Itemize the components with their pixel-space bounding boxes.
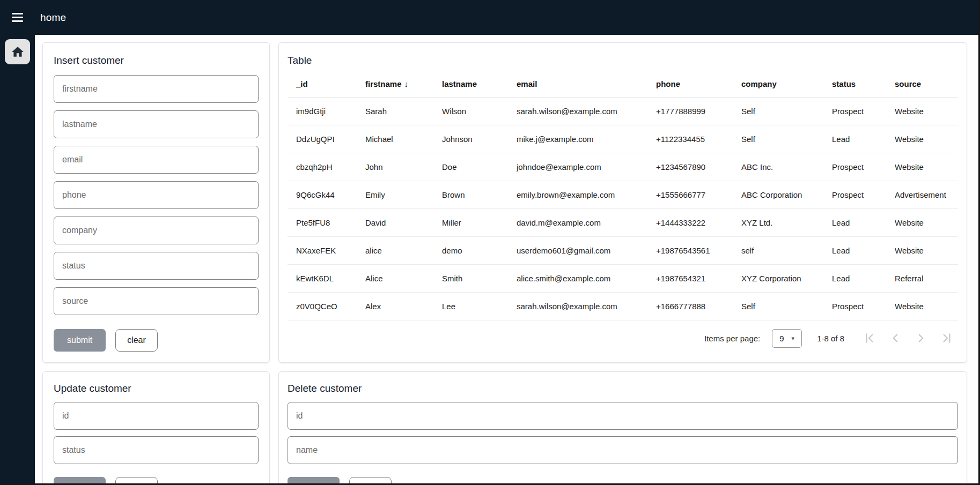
- update-customer-card: Update customer submit clear: [42, 371, 270, 485]
- cell-id: z0V0QCeO: [288, 293, 365, 320]
- cell-lastname: Smith: [442, 265, 517, 293]
- cell-source: Advertisement: [895, 181, 958, 209]
- sidebar: [0, 35, 35, 485]
- table-row: DdzUgQPI Michael Johnson mike.j@example.…: [288, 125, 958, 153]
- cell-firstname: Sarah: [365, 98, 442, 125]
- cell-email: emily.brown@example.com: [517, 181, 656, 209]
- cell-company: XYZ Corporation: [741, 265, 832, 293]
- cell-lastname: Wilson: [442, 98, 517, 125]
- cell-email: sarah.wilson@example.com: [517, 293, 656, 320]
- insert-customer-card: Insert customer submit clear: [42, 42, 270, 363]
- first-page-icon: [863, 331, 876, 345]
- cell-status: Prospect: [832, 293, 895, 320]
- insert-submit-button[interactable]: submit: [54, 329, 106, 352]
- topbar: home: [0, 0, 980, 35]
- table-card: Table _id firstname↓ lastname email: [278, 42, 967, 363]
- table-row: cbzqh2pH John Doe johndoe@example.com +1…: [288, 153, 958, 181]
- cell-phone: +1666777888: [656, 293, 741, 320]
- delete-customer-card: Delete customer submit clear: [278, 371, 967, 485]
- cell-phone: +1987654321: [656, 265, 741, 293]
- last-page-button[interactable]: [935, 327, 958, 349]
- column-header-id[interactable]: _id: [288, 71, 365, 98]
- column-header-lastname[interactable]: lastname: [442, 71, 517, 98]
- table-card-title: Table: [288, 50, 958, 68]
- sort-descending-icon: ↓: [404, 79, 409, 88]
- phone-input[interactable]: [54, 181, 259, 209]
- source-input[interactable]: [54, 287, 259, 315]
- lastname-input[interactable]: [54, 110, 259, 138]
- insert-clear-button[interactable]: clear: [115, 329, 158, 352]
- table-row: z0V0QCeO Alex Lee sarah.wilson@example.c…: [288, 293, 958, 320]
- cell-id: NXaxeFEK: [288, 237, 365, 265]
- column-header-status[interactable]: status: [832, 71, 895, 98]
- cell-company: self: [741, 237, 832, 265]
- column-header-firstname[interactable]: firstname↓: [365, 71, 442, 98]
- cell-id: DdzUgQPI: [288, 125, 365, 153]
- cell-company: Self: [741, 98, 832, 125]
- table-row: Pte5fFU8 David Miller david.m@example.co…: [288, 209, 958, 237]
- cell-company: ABC Corporation: [741, 181, 832, 209]
- cell-phone: +19876543561: [656, 237, 741, 265]
- cell-email: sarah.wilson@example.com: [517, 98, 656, 125]
- chevron-right-icon: [914, 331, 928, 345]
- cell-lastname: Brown: [442, 181, 517, 209]
- cell-id: kEwtK6DL: [288, 265, 365, 293]
- cell-source: Website: [895, 125, 958, 153]
- main-content: Insert customer submit clear Table: [35, 35, 980, 485]
- column-header-firstname-label: firstname: [365, 79, 402, 88]
- cell-phone: +1555666777: [656, 181, 741, 209]
- cell-firstname: John: [365, 153, 442, 181]
- page-title: home: [40, 12, 66, 24]
- page-size-select[interactable]: 9 ▾: [772, 329, 802, 348]
- firstname-input[interactable]: [54, 75, 259, 103]
- cell-lastname: Lee: [442, 293, 517, 320]
- first-page-button[interactable]: [858, 327, 881, 349]
- cell-source: Website: [895, 293, 958, 320]
- last-page-icon: [940, 331, 954, 345]
- column-header-source[interactable]: source: [895, 71, 958, 98]
- cell-lastname: demo: [442, 237, 517, 265]
- cell-email: david.m@example.com: [517, 209, 656, 237]
- chevron-down-icon: ▾: [792, 335, 795, 342]
- cell-company: Self: [741, 125, 832, 153]
- chevron-left-icon: [888, 331, 902, 345]
- column-header-phone[interactable]: phone: [656, 71, 741, 98]
- cell-firstname: Michael: [365, 125, 442, 153]
- cell-email: johndoe@example.com: [517, 153, 656, 181]
- table-row: NXaxeFEK alice demo userdemo601@gmail.co…: [288, 237, 958, 265]
- cell-source: Website: [895, 209, 958, 237]
- sidebar-item-home[interactable]: [5, 39, 30, 64]
- cell-source: Website: [895, 98, 958, 125]
- cell-status: Lead: [832, 209, 895, 237]
- status-input[interactable]: [54, 252, 259, 280]
- cell-firstname: Alex: [365, 293, 442, 320]
- cell-id: Pte5fFU8: [288, 209, 365, 237]
- company-input[interactable]: [54, 217, 259, 244]
- cell-lastname: Miller: [442, 209, 517, 237]
- cell-lastname: Doe: [442, 153, 517, 181]
- menu-button[interactable]: [0, 0, 34, 35]
- delete-name-input[interactable]: [288, 436, 958, 464]
- cell-company: XYZ Ltd.: [741, 209, 832, 237]
- table-row: im9dGtji Sarah Wilson sarah.wilson@examp…: [288, 98, 958, 125]
- previous-page-button[interactable]: [884, 327, 907, 349]
- page-size-value: 9: [779, 334, 784, 343]
- update-card-title: Update customer: [54, 379, 259, 396]
- next-page-button[interactable]: [910, 327, 932, 349]
- update-status-input[interactable]: [54, 436, 259, 464]
- update-id-input[interactable]: [54, 402, 259, 430]
- cell-status: Prospect: [832, 98, 895, 125]
- paginator: Items per page: 9 ▾ 1-8 of 8: [288, 327, 958, 349]
- home-icon: [11, 45, 25, 59]
- cell-status: Prospect: [832, 153, 895, 181]
- table-row: 9Q6cGk44 Emily Brown emily.brown@example…: [288, 181, 958, 209]
- cell-email: alice.smith@example.com: [517, 265, 656, 293]
- cell-status: Lead: [832, 125, 895, 153]
- delete-id-input[interactable]: [288, 402, 958, 430]
- column-header-email[interactable]: email: [517, 71, 656, 98]
- column-header-company[interactable]: company: [741, 71, 832, 98]
- cell-source: Website: [895, 153, 958, 181]
- page-range-label: 1-8 of 8: [817, 334, 844, 343]
- email-input[interactable]: [54, 146, 259, 174]
- cell-firstname: Emily: [365, 181, 442, 209]
